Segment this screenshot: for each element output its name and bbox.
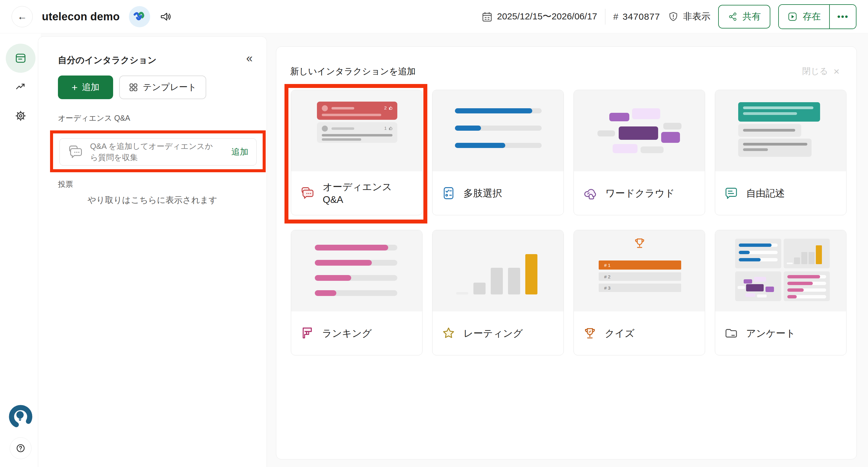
webex-logo-icon [129,6,150,27]
card-rating[interactable]: レーティング [432,230,564,355]
sidebar-heading: 自分のインタラクション [58,54,156,66]
rail-settings-item[interactable] [13,108,28,123]
present-split-button: 存在 ••• [778,4,857,29]
multiple-choice-illustration [432,90,563,171]
thumbs-up-icon [389,126,393,130]
qa-upvote-count-top: 2 [384,105,387,111]
survey-mini-choice [735,239,781,268]
hash-icon: # [613,11,618,22]
back-arrow-icon: ← [17,11,27,22]
share-icon [728,12,738,22]
event-code-text: 3470877 [623,11,660,22]
date-range-text: 2025/12/15〜2026/06/17 [497,10,597,23]
hidden-status[interactable]: 非表示 [668,10,710,23]
card-label: 自由記述 [746,187,785,199]
rating-illustration [432,230,563,311]
close-icon: × [833,66,839,76]
card-label-row: クイズ [574,311,705,355]
shield-alert-icon [668,11,679,22]
card-survey[interactable]: アンケート [715,230,846,355]
survey-mini-wordcloud [735,272,781,301]
card-label-row: レーティング [432,311,563,355]
gear-icon [13,108,28,123]
play-square-icon [787,11,798,22]
card-label: クイズ [605,327,634,340]
word-cloud-illustration [574,90,705,171]
add-interaction-panel: 新しいインタラクションを追加 閉じる × 2 [276,46,857,460]
quiz-rank-1: # 1 [599,260,681,270]
slido-app: ← utelecon demo [0,0,868,467]
poll-section-label: 投票 [58,179,73,189]
card-label-row: ワードクラウド [574,171,705,215]
survey-mini-ranking [784,272,830,301]
qa-promo-add-link[interactable]: 追加 [231,146,248,158]
card-label: 多肢選択 [463,187,502,199]
empty-state-message: やり取りはこちらに表示されます [38,194,267,206]
rail-interactions-item[interactable] [6,44,35,73]
header-right: 2025/12/15〜2026/06/17 # 3470877 非表示 [481,4,857,29]
word-cloud-icon [583,186,597,200]
card-audience-qa[interactable]: 2 1 [291,90,423,215]
calendar-icon [481,11,493,23]
help-icon [14,442,27,454]
card-label-row: 自由記述 [715,171,846,215]
quiz-rank-3: # 3 [599,284,681,292]
open-text-icon [724,186,738,200]
quiz-illustration: # 1 # 2 # 3 [574,230,705,311]
collapse-sidebar-button[interactable]: « [246,52,253,65]
interaction-type-grid: 2 1 [291,90,846,355]
slido-logo-icon [7,403,35,431]
open-text-illustration [715,90,846,171]
qa-promo-card[interactable]: Q&A を追加してオーディエンスから質問を収集 追加 [59,138,256,165]
card-quiz[interactable]: # 1 # 2 # 3 クイズ [574,230,705,355]
event-title: utelecon demo [42,10,120,23]
share-label: 共有 [742,10,761,23]
qa-promo-text: Q&A を追加してオーディエンスから質問を収集 [90,141,220,163]
qa-upvote-count-bottom: 1 [384,126,387,131]
close-panel-button[interactable]: 閉じる × [802,65,839,77]
help-button[interactable] [10,437,32,459]
card-label: アンケート [746,327,796,340]
event-dates[interactable]: 2025/12/15〜2026/06/17 [481,10,597,23]
card-word-cloud[interactable]: ワードクラウド [574,90,705,215]
present-label: 存在 [803,10,821,23]
trophy-illustration-icon [633,237,646,250]
star-icon [442,326,456,340]
card-label: ランキング [322,327,372,340]
left-rail [0,33,41,467]
add-interaction-button[interactable]: + 追加 [58,75,113,99]
card-label-row: オーディエンス Q&A [291,171,422,215]
back-button[interactable]: ← [11,6,33,27]
ranking-illustration [291,230,422,311]
card-label-row: ランキング [291,311,422,355]
ranking-icon [300,326,314,340]
header-left: ← utelecon demo [11,6,172,27]
slido-logo[interactable] [7,403,35,431]
present-button[interactable]: 存在 [779,5,829,29]
close-label: 閉じる [802,65,828,77]
survey-mini-rating [784,239,830,268]
rail-analytics-item[interactable] [14,80,28,93]
more-options-button[interactable]: ••• [830,5,856,29]
thumbs-up-icon [389,105,393,110]
qa-bubbles-icon [68,144,84,160]
app-header: ← utelecon demo [0,0,868,33]
event-code[interactable]: # 3470877 [613,11,660,22]
card-label: オーディエンス Q&A [323,181,403,206]
card-multiple-choice[interactable]: 多肢選択 [432,90,564,215]
survey-illustration [715,230,846,311]
templates-grid-icon [129,83,138,92]
card-open-text[interactable]: 自由記述 [715,90,846,215]
templates-button[interactable]: テンプレート [119,75,206,99]
interactions-icon [14,51,28,65]
card-ranking[interactable]: ランキング [291,230,423,355]
announce-icon[interactable] [159,10,172,23]
trending-icon [14,80,28,93]
sidebar-panel: 自分のインタラクション « + 追加 テンプレート オーディエンス Q&A Q&… [38,36,267,467]
card-label: ワードクラウド [606,187,675,199]
add-label: 追加 [82,81,99,93]
card-label-row: アンケート [715,311,846,355]
multiple-choice-icon [442,186,456,200]
share-button[interactable]: 共有 [718,5,770,29]
header-divider [605,9,606,25]
